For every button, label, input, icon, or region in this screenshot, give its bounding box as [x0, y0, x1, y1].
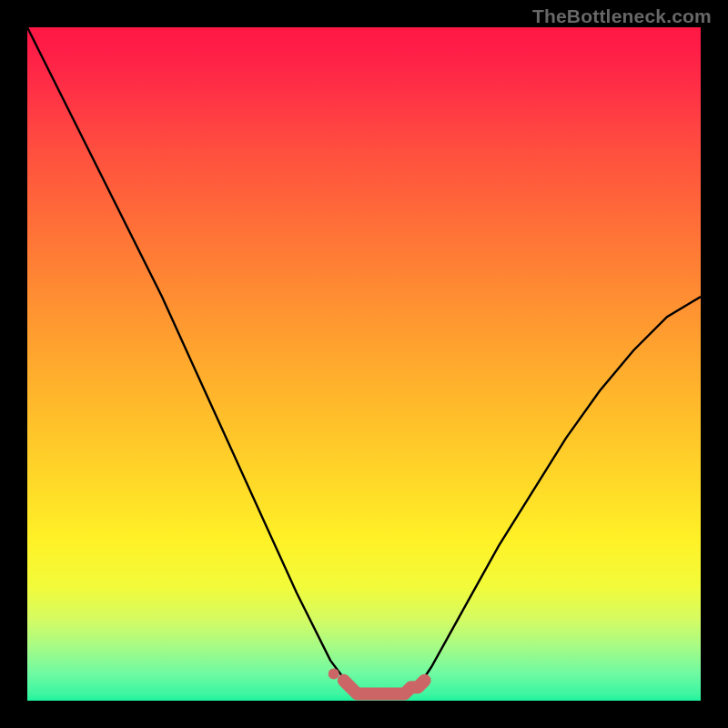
- optimal-region-markers: [329, 668, 425, 693]
- bottleneck-curve: [27, 27, 701, 694]
- chart-svg: [27, 27, 701, 701]
- plot-area: [27, 27, 701, 701]
- watermark: TheBottleneck.com: [532, 5, 712, 27]
- optimal-region-path: [344, 681, 425, 694]
- optimal-region-dot: [329, 668, 339, 679]
